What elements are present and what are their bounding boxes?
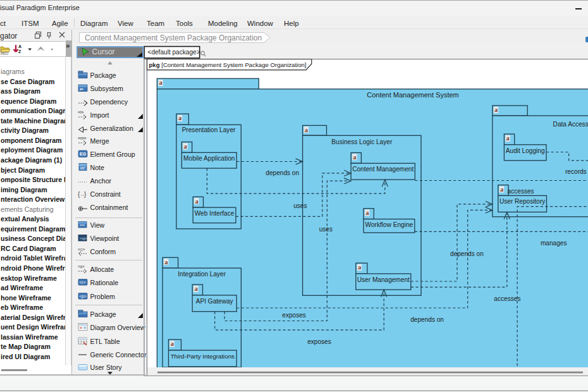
svg-text:a: a [171, 340, 175, 347]
svg-text:a: a [305, 126, 309, 133]
svg-text:a: a [178, 114, 182, 121]
svg-text:User Management: User Management [357, 276, 410, 283]
svg-text:a: a [506, 135, 510, 142]
svg-text:«a»: «a» [78, 264, 85, 269]
svg-text:Integration Layer: Integration Layer [178, 271, 226, 278]
svg-text:uses: uses [319, 226, 333, 233]
svg-text:Content Management System: Content Management System [367, 91, 459, 99]
svg-text:a: a [164, 259, 168, 266]
svg-text:depends on: depends on [410, 316, 444, 323]
svg-text:PROJ: PROJ [1, 52, 8, 56]
svg-text:<r>: <r> [79, 280, 85, 285]
svg-text:a: a [184, 143, 188, 150]
svg-text:Business Logic Layer: Business Logic Layer [331, 138, 393, 145]
svg-text:accesses: accesses [494, 295, 520, 302]
svg-text:a: a [195, 198, 199, 205]
svg-text:a: a [500, 186, 504, 193]
svg-text:a: a [358, 264, 362, 271]
svg-text:Workflow Engine: Workflow Engine [365, 221, 413, 228]
svg-text:Data Access Layer: Data Access Layer [553, 121, 588, 128]
svg-text:«c»: «c» [78, 247, 85, 252]
svg-text:depends on: depends on [266, 169, 299, 176]
svg-text:«i»: «i» [78, 110, 83, 114]
svg-text:a: a [194, 285, 198, 292]
svg-text:pkg [Content Management System: pkg [Content Management System Package O… [149, 61, 307, 68]
svg-text:«m»: «m» [78, 136, 87, 140]
svg-text:<vp>: <vp> [79, 236, 88, 240]
svg-text:EG: EG [80, 152, 87, 156]
svg-text:API Gateway: API Gateway [196, 298, 234, 305]
svg-text:Content Management System Pack: Content Management System Package Organi… [85, 34, 262, 42]
svg-text:a: a [365, 209, 369, 216]
svg-text:depends on: depends on [450, 250, 484, 257]
svg-text:a: a [494, 106, 498, 113]
svg-text:Content Management: Content Management [352, 166, 413, 173]
svg-text:records: records [565, 168, 587, 175]
svg-text:Mobile Application: Mobile Application [183, 155, 235, 162]
svg-text:<p>: <p> [79, 293, 86, 298]
svg-text:Audit Logging: Audit Logging [506, 147, 545, 154]
svg-text:a: a [159, 79, 163, 86]
svg-text:Presentation Layer: Presentation Layer [182, 126, 236, 133]
svg-text:manages: manages [541, 240, 567, 247]
svg-text:A: A [18, 44, 21, 49]
svg-text:Web Interface: Web Interface [195, 210, 235, 217]
svg-text:exposes: exposes [282, 312, 306, 319]
svg-text:Third-Party Integrations: Third-Party Integrations [171, 353, 235, 360]
svg-text:<default package>: <default package> [148, 49, 200, 56]
svg-text:exposes: exposes [307, 338, 331, 345]
svg-text:accesses: accesses [508, 188, 534, 195]
svg-text:User Repository: User Repository [499, 198, 546, 205]
svg-text:Z: Z [18, 49, 21, 54]
svg-text:}: } [84, 191, 87, 198]
svg-text:{: { [78, 191, 80, 198]
svg-text:a: a [353, 154, 357, 161]
svg-text:uses: uses [293, 202, 307, 209]
